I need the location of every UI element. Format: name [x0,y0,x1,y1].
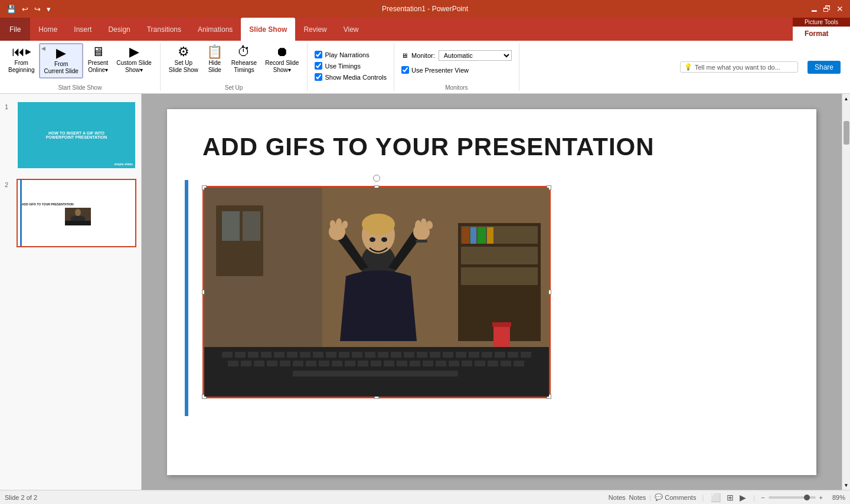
zoom-slider-thumb [804,495,810,500]
group-start-slideshow-content: ⏮▶ FromBeginning ◀ ▶ FromCurrent Slide 🖥… [5,43,155,82]
rehearse-timings-button[interactable]: ⏱ RehearseTimings [228,43,260,76]
svg-rect-58 [508,352,518,358]
save-icon[interactable]: 💾 [5,4,18,15]
monitor-row: 🖥 Monitor: Automatic Primary Monitor [399,49,514,62]
svg-rect-5 [65,221,91,225]
tell-me-box[interactable]: 💡 Tell me what you want to do... [680,61,798,73]
record-label: Record SlideShow▾ [265,60,299,74]
show-media-controls-checkbox[interactable]: Show Media Controls [312,73,389,81]
tab-home[interactable]: Home [30,18,66,41]
minimize-button[interactable]: 🗕 [809,4,819,14]
zoom-slider[interactable] [769,496,816,499]
svg-rect-69 [345,361,355,366]
svg-rect-73 [397,361,407,366]
undo-icon[interactable]: ↩ [20,4,30,15]
monitor-label: Monitor: [411,52,435,59]
lightbulb-icon: 💡 [684,63,692,71]
slide-image-container[interactable] [202,186,551,398]
svg-rect-71 [371,361,381,366]
restore-button[interactable]: 🗗 [822,4,832,14]
svg-rect-15 [461,267,538,285]
use-timings-label: Use Timings [325,63,361,70]
slide-thumb-img-2[interactable]: ADD GIFS TO YOUR PRESENTATION [17,179,136,247]
slide-num-2: 2 [5,181,13,188]
use-timings-input[interactable] [315,62,322,70]
tab-insert[interactable]: Insert [66,18,100,41]
record-slide-show-button[interactable]: ⏺ Record SlideShow▾ [261,43,302,76]
tab-file[interactable]: File [0,18,30,41]
comments-button[interactable]: 💬 Comments [655,493,696,501]
scroll-thumb[interactable] [844,121,849,145]
svg-rect-19 [487,227,493,244]
custom-slide-show-button[interactable]: ▶ Custom SlideShow▾ [113,43,155,76]
close-button[interactable]: ✕ [835,4,845,14]
scroll-down-button[interactable]: ▼ [842,480,851,490]
slide-thumb-2[interactable]: 2 ADD GIFS TO YOUR PRESENTATION [2,176,139,250]
from-current-icon: ▶ [56,47,66,60]
notes-label-text[interactable]: Notes [629,494,646,501]
zoom-percent[interactable]: 89% [826,494,845,501]
from-current-slide-button[interactable]: ◀ ▶ FromCurrent Slide [39,43,83,78]
play-narrations-checkbox[interactable]: Play Narrations [312,50,371,59]
notes-button[interactable]: Notes [609,494,626,501]
hide-icon: 📋 [207,45,223,58]
present-online-button[interactable]: 🖥 PresentOnline▾ [84,43,112,76]
scroll-track[interactable] [842,103,851,480]
normal-view-button[interactable]: ⬜ [710,492,722,503]
custom-show-label: Custom SlideShow▾ [116,60,151,74]
svg-rect-83 [293,371,458,377]
setup-icon: ⚙ [178,45,189,58]
ribbon-right: 💡 Tell me what you want to do... Share [519,43,850,91]
slideshow-view-button[interactable]: ▶ [738,492,747,503]
show-media-input[interactable] [315,73,322,81]
gif-image [204,188,549,397]
presenter-view-checkbox[interactable]: Use Presenter View [399,66,471,74]
share-button[interactable]: Share [808,61,841,74]
from-beginning-button[interactable]: ⏮▶ FromBeginning [5,43,38,76]
slide-canvas[interactable]: ADD GIFS TO YOUR PRESENTATION [167,109,816,475]
svg-rect-82 [514,361,524,366]
setup-label: Set UpSlide Show [169,60,198,74]
title-bar: 💾 ↩ ↪ ▾ Presentation1 - PowerPoint 🗕 🗗 ✕ [0,0,850,18]
monitor-dropdown[interactable]: Automatic Primary Monitor [439,50,512,61]
svg-rect-66 [306,361,316,366]
slide-1-preview: HOW TO INSERT A GIF INTOPOWERPOINT PRESE… [18,102,135,168]
picture-tools-area: Picture Tools Format [793,18,850,41]
slide-panel: 1 HOW TO INSERT A GIF INTOPOWERPOINT PRE… [0,94,142,490]
rotate-handle[interactable] [373,175,380,182]
redo-icon[interactable]: ↪ [32,4,42,15]
scroll-up-button[interactable]: ▲ [842,94,851,103]
use-timings-checkbox[interactable]: Use Timings [312,61,363,70]
tab-review[interactable]: Review [295,18,335,41]
presenter-view-input[interactable] [401,66,409,74]
tab-view[interactable]: View [335,18,367,41]
group-checkboxes: Play Narrations Use Timings Show Media C… [308,43,394,91]
svg-rect-60 [228,361,238,366]
tab-transitions[interactable]: Transitions [139,18,189,41]
tab-animations[interactable]: Animations [189,18,241,41]
slide-thumb-1[interactable]: 1 HOW TO INSERT A GIF INTOPOWERPOINT PRE… [2,99,139,172]
svg-rect-18 [478,227,486,244]
from-beginning-icon: ⏮▶ [12,45,31,58]
tab-slideshow[interactable]: Slide Show [241,18,295,41]
show-media-label: Show Media Controls [325,74,387,81]
play-narrations-input[interactable] [315,51,322,58]
zoom-out-button[interactable]: − [761,494,764,501]
customize-icon[interactable]: ▾ [45,4,53,15]
set-up-slideshow-button[interactable]: ⚙ Set UpSlide Show [165,43,202,76]
hide-slide-button[interactable]: 📋 HideSlide [203,43,227,76]
svg-rect-77 [449,361,459,366]
comments-label: Comments [665,494,696,501]
tab-design[interactable]: Design [100,18,138,41]
svg-rect-17 [470,227,476,244]
slide-2-thumb-title: ADD GIFS TO YOUR PRESENTATION [19,201,133,207]
right-scrollbar[interactable]: ▲ ▼ [842,94,850,490]
svg-rect-36 [222,352,233,358]
zoom-in-button[interactable]: + [819,494,823,501]
tab-format[interactable]: Format [793,27,850,41]
outline-view-button[interactable]: ⊞ [725,492,735,503]
svg-rect-59 [521,352,531,358]
slide-thumb-img-1[interactable]: HOW TO INSERT A GIF INTOPOWERPOINT PRESE… [17,101,136,169]
svg-rect-79 [475,361,485,366]
svg-point-22 [362,214,395,235]
